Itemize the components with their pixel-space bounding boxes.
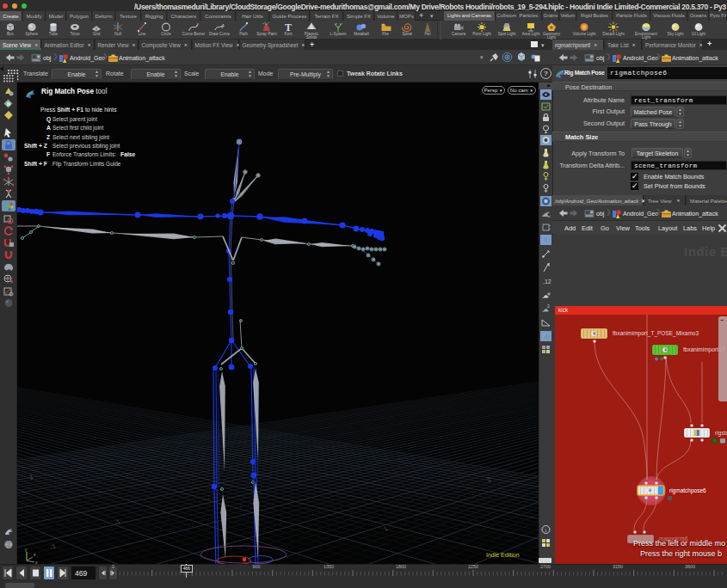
svg-text:y: y bbox=[25, 547, 28, 552]
svg-text:2250: 2250 bbox=[468, 564, 478, 569]
svg-text:2: 2 bbox=[547, 303, 550, 309]
svg-text:0: 0 bbox=[112, 564, 114, 569]
svg-text:i: i bbox=[545, 528, 545, 533]
svg-text:⚘: ⚘ bbox=[648, 487, 653, 493]
svg-text:⚘: ⚘ bbox=[592, 331, 596, 336]
svg-text:z: z bbox=[34, 552, 36, 557]
svg-text:900: 900 bbox=[252, 564, 260, 569]
svg-text:★: ★ bbox=[549, 25, 553, 30]
svg-text:2700: 2700 bbox=[540, 564, 551, 569]
svg-text:1350: 1350 bbox=[323, 564, 334, 569]
svg-text:1800: 1800 bbox=[396, 564, 406, 569]
svg-text:3600: 3600 bbox=[685, 564, 695, 569]
svg-text:3150: 3150 bbox=[613, 564, 623, 569]
svg-text:,12: ,12 bbox=[543, 279, 551, 285]
svg-text:⚘: ⚘ bbox=[663, 347, 668, 352]
